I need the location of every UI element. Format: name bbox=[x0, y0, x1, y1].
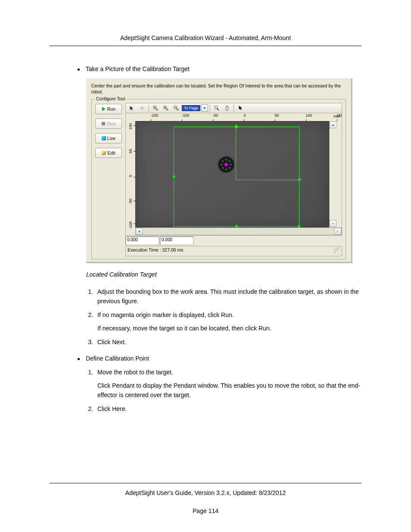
svg-point-4 bbox=[215, 106, 218, 109]
axis-box[interactable] bbox=[236, 127, 299, 180]
step2-1: Move the robot to the target. Click Pend… bbox=[95, 368, 361, 400]
coord-y-field: 0.000 bbox=[160, 236, 193, 245]
steps-list-1: Adjust the bounding box to the work area… bbox=[95, 287, 361, 347]
ruler-unit: mm bbox=[333, 114, 340, 118]
live-button-label: Live bbox=[107, 136, 115, 141]
origin-marker-icon: ✦ bbox=[224, 161, 229, 168]
bullet-take-picture: Take a Picture of the Calibration Target bbox=[78, 65, 361, 72]
step-2: If no magenta origin marker is displayed… bbox=[95, 311, 361, 333]
viewer-toolbar: To Page bbox=[125, 103, 342, 113]
scroll-down-icon[interactable] bbox=[330, 220, 336, 227]
bullet-icon bbox=[78, 358, 80, 360]
step-1: Adjust the bounding box to the work area… bbox=[95, 287, 361, 306]
step2-1-sub: Click Pendant to display the Pendant win… bbox=[97, 381, 361, 400]
page-number: Page 114 bbox=[50, 507, 361, 514]
stop-button[interactable]: Stop bbox=[95, 118, 122, 129]
run-button-label: Run bbox=[107, 106, 115, 112]
scroll-up-icon[interactable] bbox=[330, 121, 336, 128]
stop-icon bbox=[101, 121, 106, 126]
pointer-icon[interactable] bbox=[236, 104, 245, 112]
zoom-selection-icon[interactable] bbox=[212, 104, 221, 112]
to-page-dropdown[interactable] bbox=[201, 104, 208, 112]
live-button[interactable]: Live bbox=[95, 133, 122, 143]
cursor-arrow-icon[interactable] bbox=[127, 104, 137, 112]
ruler-vertical: 100 50 0 -50 -100 bbox=[126, 121, 135, 227]
footer-rule bbox=[50, 483, 361, 483]
stop-button-label: Stop bbox=[107, 121, 116, 126]
configure-tool-groupbox: Configure Tool Run Stop bbox=[91, 99, 346, 259]
step-2-sub: If necessary, move the target so it can … bbox=[97, 324, 361, 333]
bullet-icon bbox=[78, 68, 80, 71]
zoom-in-icon[interactable] bbox=[151, 104, 160, 112]
edit-button-label: Edit bbox=[107, 150, 115, 156]
play-icon bbox=[102, 107, 106, 111]
figure-caption: Located Calibration Target bbox=[86, 271, 361, 278]
zoom-out-icon[interactable] bbox=[171, 104, 181, 112]
coord-x-field: 0.000 bbox=[125, 236, 159, 245]
ruler-horizontal: -150 -100 -50 0 50 100 150 mm bbox=[135, 113, 342, 121]
edit-icon bbox=[102, 151, 106, 155]
page-header-title: AdeptSight Camera Calibration Wizard - A… bbox=[50, 34, 361, 41]
edit-button[interactable]: Edit bbox=[95, 148, 122, 158]
pan-hand-icon[interactable] bbox=[222, 104, 232, 112]
bullet-define-point-text: Define Calibration Point bbox=[86, 355, 149, 362]
steps-list-2: Move the robot to the target. Click Pend… bbox=[95, 368, 361, 414]
vertical-scrollbar[interactable] bbox=[329, 121, 336, 227]
image-canvas[interactable]: ✦ bbox=[135, 121, 329, 227]
svg-point-2 bbox=[165, 107, 166, 108]
footer-text: AdeptSight User's Guide, Version 3.2.x, … bbox=[50, 489, 361, 496]
crosshair-icon[interactable] bbox=[137, 104, 147, 112]
zoom-fit-icon[interactable] bbox=[161, 104, 171, 112]
wizard-intro-text: Center the part and ensure the calibrati… bbox=[91, 83, 346, 95]
to-page-button[interactable]: To Page bbox=[182, 105, 200, 111]
resize-grip-icon[interactable] bbox=[334, 247, 340, 253]
wizard-screenshot: Center the part and ensure the calibrati… bbox=[86, 78, 361, 263]
bullet-take-picture-text: Take a Picture of the Calibration Target bbox=[86, 65, 190, 72]
execution-time-text: Execution Time : 327.06 ms bbox=[128, 247, 184, 255]
scroll-right-icon[interactable] bbox=[334, 228, 341, 235]
header-rule bbox=[50, 46, 361, 46]
step2-2: Click Here. bbox=[95, 404, 361, 414]
to-page-label: To Page bbox=[184, 106, 198, 110]
run-button[interactable]: Run bbox=[95, 104, 122, 114]
scroll-left-icon[interactable] bbox=[136, 228, 143, 235]
status-bar: Execution Time : 327.06 ms bbox=[125, 246, 342, 256]
bullet-define-point: Define Calibration Point bbox=[78, 355, 361, 362]
horizontal-scrollbar[interactable] bbox=[135, 227, 342, 235]
live-icon bbox=[102, 136, 106, 140]
step-3: Click Next. bbox=[95, 338, 361, 347]
groupbox-label: Configure Tool bbox=[95, 96, 127, 101]
calibration-target: ✦ bbox=[218, 157, 234, 172]
